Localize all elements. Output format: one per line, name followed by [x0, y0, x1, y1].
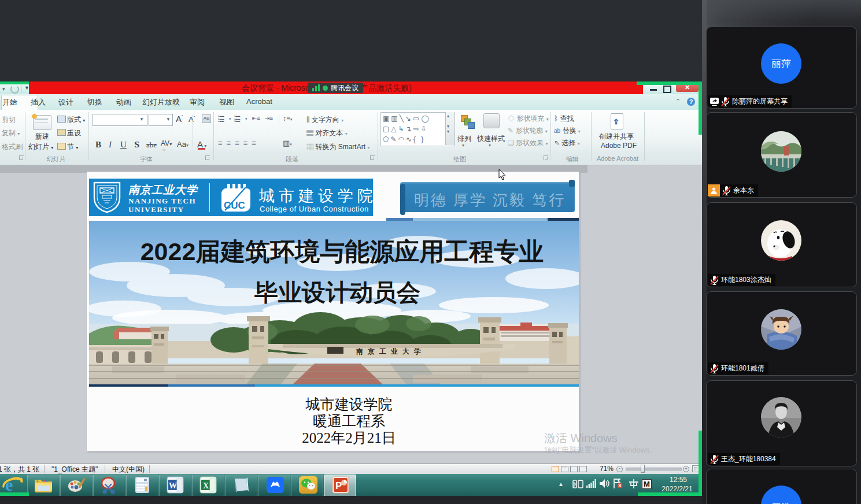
svg-text:X: X	[203, 481, 209, 490]
svg-text:CUC: CUC	[224, 200, 245, 211]
svg-text:W: W	[169, 481, 177, 490]
svg-text:南京工业大学: 南京工业大学	[356, 347, 426, 355]
svg-text:P: P	[335, 480, 342, 491]
